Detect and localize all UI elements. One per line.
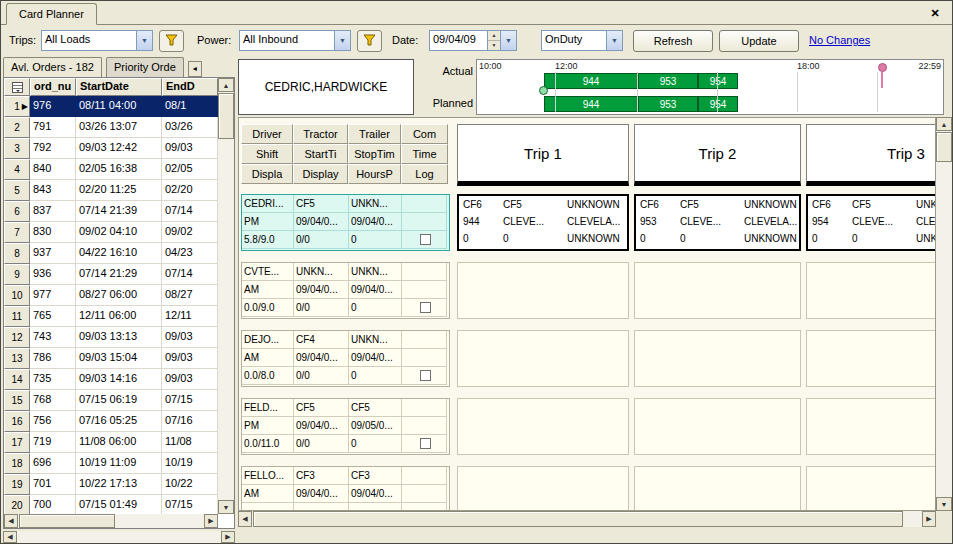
order-row[interactable]: 1675607/16 05:2507/16 [4,411,218,432]
date-input[interactable]: 09/04/09 ▲▼ ▼ [429,30,517,51]
end-date-cell[interactable]: 12/11 [162,306,218,327]
row-number-cell[interactable]: 18 [4,453,30,474]
start-date-cell[interactable]: 07/14 21:39 [76,201,162,222]
driver-card-cell[interactable] [402,399,447,417]
driver-card-cell[interactable]: UNKN... [294,263,349,281]
order-number-cell[interactable]: 700 [30,495,76,516]
col-header-shift[interactable]: Shift [241,144,293,164]
close-icon[interactable]: ✕ [927,5,943,21]
driver-card-cell[interactable]: 09/04/0... [294,485,349,503]
driver-card-cell[interactable]: 0.0/8.0 [242,367,294,385]
order-number-cell[interactable]: 843 [30,180,76,201]
row-number-cell[interactable]: 16 [4,411,30,432]
trips-filter-button[interactable] [159,30,184,52]
driver-card-cell[interactable]: AM [242,485,294,503]
row-number-cell[interactable]: 12 [4,327,30,348]
driver-card-cell[interactable]: CF4 [294,331,349,349]
col-header-time[interactable]: Time [401,144,448,164]
order-number-cell[interactable]: 791 [30,117,76,138]
tab-avl-orders[interactable]: Avl. Orders - 182 [3,57,102,77]
order-number-cell[interactable]: 792 [30,138,76,159]
start-date-cell[interactable]: 10/22 17:13 [76,474,162,495]
trip-card[interactable]: CF6CF5UNKNOWN954CLEVE...CLEVELA...00UNKN… [806,194,935,251]
row-number-cell[interactable]: 19 [4,474,30,495]
driver-card-cell[interactable] [402,417,447,435]
row-number-cell[interactable]: 20 [4,495,30,516]
end-date-cell[interactable]: 02/05 [162,159,218,180]
driver-card[interactable]: DEJO...CF4UNKN...AM09/04/0...09/04/0...0… [241,330,450,387]
trip-card[interactable]: CF6CF5UNKNOWN953CLEVE...CLEVELA...00UNKN… [634,194,801,251]
log-checkbox[interactable] [420,438,431,449]
update-button[interactable]: Update [719,30,799,52]
order-row[interactable]: 1970110/22 17:1310/22 [4,474,218,495]
actual-trip-bar[interactable]: 944 [544,73,638,89]
driver-card-cell[interactable] [402,485,447,503]
row-number-cell[interactable]: 17 [4,432,30,453]
no-changes-link[interactable]: No Changes [809,34,870,46]
start-date-cell[interactable]: 12/11 06:00 [76,306,162,327]
driver-card-cell[interactable]: CF5 [294,399,349,417]
end-date-cell[interactable]: 04/23 [162,243,218,264]
order-number-cell[interactable]: 837 [30,201,76,222]
driver-card-cell[interactable]: 09/05/0... [349,417,402,435]
row-number-cell[interactable]: 2 [4,117,30,138]
timeline-ruler[interactable]: 944953954 944953954 10:0012:0018:0022:59 [476,59,944,115]
order-row[interactable]: 783009/02 04:1009/02 [4,222,218,243]
driver-card[interactable]: CVTE...UNKN...UNKN...AM09/04/0...09/04/0… [241,262,450,319]
row-number-cell[interactable]: 5 [4,180,30,201]
start-date-cell[interactable]: 08/27 06:00 [76,285,162,306]
driver-card-cell[interactable] [402,331,447,349]
power-filter-button[interactable] [357,30,382,52]
planned-trip-bar[interactable]: 954 [698,96,738,112]
chevron-down-icon[interactable]: ▼ [606,31,622,50]
order-row[interactable]: 1473509/03 14:1609/03 [4,369,218,390]
end-date-cell[interactable]: 11/08 [162,432,218,453]
end-date-cell[interactable]: 07/15 [162,390,218,411]
planned-trip-bar[interactable]: 953 [638,96,698,112]
order-row[interactable]: 893704/22 16:1004/23 [4,243,218,264]
driver-card-cell[interactable] [349,503,402,510]
end-date-cell[interactable]: 10/19 [162,453,218,474]
start-date-cell[interactable]: 07/14 21:29 [76,264,162,285]
end-date-cell[interactable]: 03/26 [162,117,218,138]
row-number-cell[interactable]: 9 [4,264,30,285]
driver-card-cell[interactable]: 0 [349,367,402,385]
driver-card-cell[interactable] [402,435,447,453]
order-row[interactable]: 584302/20 11:2502/20 [4,180,218,201]
driver-card-cell[interactable]: AM [242,281,294,299]
end-date-cell[interactable]: 09/03 [162,138,218,159]
col-header-driver[interactable]: Driver [241,124,293,144]
driver-card-cell[interactable] [402,503,447,510]
row-number-cell[interactable]: 10 [4,285,30,306]
log-checkbox[interactable] [420,302,431,313]
scroll-left-icon[interactable]: ◀ [3,531,17,543]
order-number-cell[interactable]: 701 [30,474,76,495]
trip-card[interactable]: CF6CF5UNKNOWN944CLEVE...CLEVELA...00UNKN… [457,194,629,251]
driver-card-cell[interactable] [402,231,447,249]
driver-card-cell[interactable]: FELD... [242,399,294,417]
start-date-cell[interactable]: 02/20 11:25 [76,180,162,201]
trip-slot[interactable]: CF6CF5UNKNOWN954CLEVE...CLEVELA...00UNKN… [806,194,935,251]
chevron-down-icon[interactable]: ▼ [136,31,152,50]
order-number-cell[interactable]: 743 [30,327,76,348]
end-date-cell[interactable]: 08/1 [162,96,218,117]
order-number-cell[interactable]: 976 [30,96,76,117]
order-number-cell[interactable]: 756 [30,411,76,432]
driver-card-cell[interactable] [294,503,349,510]
refresh-button[interactable]: Refresh [633,30,713,52]
order-number-cell[interactable]: 936 [30,264,76,285]
row-number-cell[interactable]: 8 [4,243,30,264]
driver-card-cell[interactable]: 0/0 [294,299,349,317]
start-date-cell[interactable]: 11/08 06:00 [76,432,162,453]
end-date-cell[interactable]: 07/15 [162,495,218,516]
end-date-cell[interactable]: 09/02 [162,222,218,243]
driver-card-cell[interactable] [402,299,447,317]
driver-card-cell[interactable] [402,367,447,385]
log-checkbox[interactable] [420,370,431,381]
driver-card-cell[interactable] [402,467,447,485]
tab-scroll-left-icon[interactable]: ◂ [188,61,202,77]
driver-card-cell[interactable] [402,349,447,367]
scrollbar-track[interactable] [936,117,952,511]
end-date-cell[interactable]: 07/14 [162,201,218,222]
trip-slot[interactable] [634,330,801,387]
